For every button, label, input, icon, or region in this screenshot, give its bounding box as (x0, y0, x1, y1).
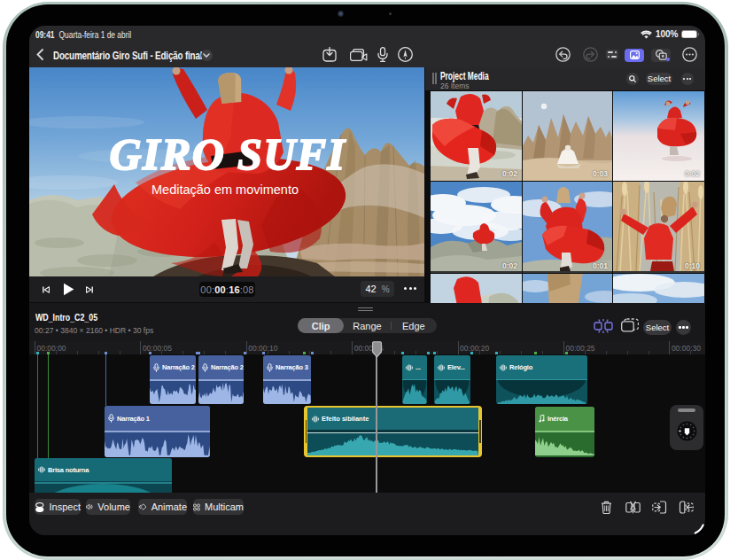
svg-text:GIRO SUFI: GIRO SUFI (110, 129, 346, 179)
svg-text:Meditação em movimento: Meditação em movimento (151, 183, 299, 197)
